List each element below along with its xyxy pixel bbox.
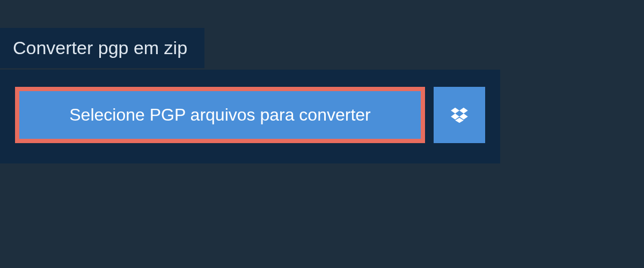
dropbox-button[interactable] [434, 87, 485, 143]
select-files-label: Selecione PGP arquivos para converter [69, 105, 371, 125]
dropbox-icon [449, 105, 470, 125]
tab-title[interactable]: Converter pgp em zip [0, 28, 204, 68]
select-files-button[interactable]: Selecione PGP arquivos para converter [15, 87, 425, 143]
file-select-panel: Selecione PGP arquivos para converter [0, 70, 500, 163]
